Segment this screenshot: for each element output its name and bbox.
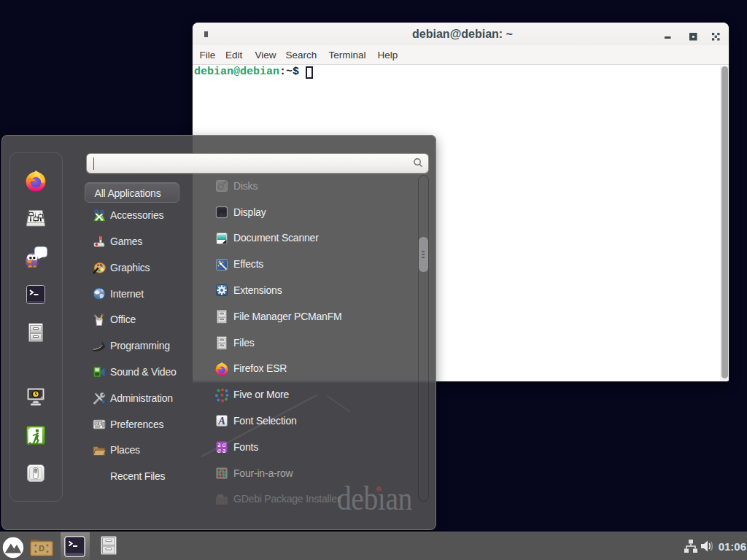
svg-text:a: a xyxy=(217,447,221,454)
svg-text:D: D xyxy=(39,544,44,553)
svg-text:A: A xyxy=(217,415,225,427)
